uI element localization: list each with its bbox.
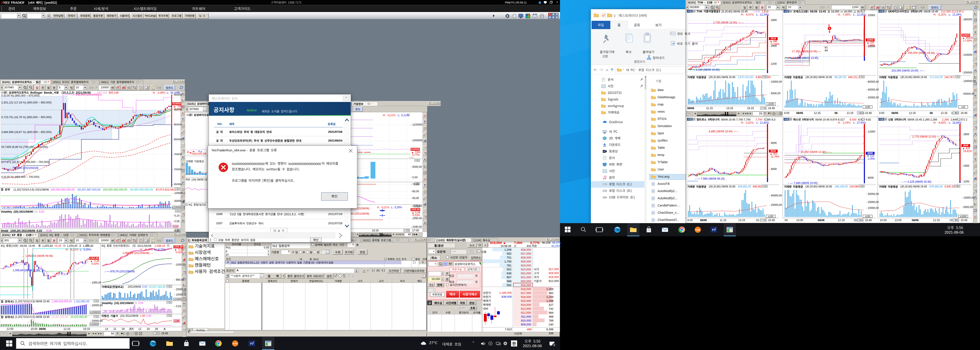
- svg-text:922,000: 922,000: [521, 272, 531, 275]
- svg-text:3: 3: [554, 344, 555, 346]
- svg-text:761: 761: [507, 264, 511, 267]
- svg-text:984: 984: [549, 311, 554, 314]
- svg-text:911,000: 911,000: [521, 315, 531, 318]
- svg-text:368: 368: [549, 315, 554, 318]
- svg-text:920,000: 920,000: [521, 280, 531, 283]
- svg-text:928,000: 928,000: [521, 248, 531, 251]
- svg-text:KAIR: KAIR: [233, 342, 237, 345]
- svg-text:917,000: 917,000: [521, 291, 531, 295]
- svg-text:916,000: 916,000: [521, 295, 531, 299]
- svg-text:925,000: 925,000: [521, 260, 531, 263]
- svg-text:552: 552: [507, 268, 511, 271]
- svg-text:240: 240: [549, 323, 554, 326]
- svg-text:915,000: 915,000: [521, 299, 531, 302]
- svg-text:924,000: 924,000: [521, 264, 531, 267]
- svg-text:YT: YT: [250, 342, 254, 345]
- svg-text:1,259: 1,259: [546, 288, 554, 291]
- svg-text:←—918,000 (08: ←—918,000 (08: [187, 152, 206, 155]
- svg-text:918,000: 918,000: [521, 288, 531, 291]
- svg-text:926,000: 926,000: [521, 256, 531, 259]
- svg-text:751: 751: [507, 256, 511, 259]
- svg-text:921,000: 921,000: [521, 275, 531, 279]
- svg-text:592: 592: [507, 252, 511, 255]
- svg-text:927,000: 927,000: [521, 252, 531, 255]
- svg-text:657: 657: [507, 275, 511, 279]
- svg-text:742: 742: [549, 307, 554, 310]
- svg-text:910,000: 910,000: [521, 319, 531, 322]
- svg-text:1,249: 1,249: [546, 295, 554, 299]
- svg-text:914,000: 914,000: [521, 303, 531, 307]
- svg-text:982: 982: [549, 291, 554, 295]
- svg-text:912,000: 912,000: [521, 311, 531, 314]
- svg-text:KAIR: KAIR: [695, 229, 700, 231]
- svg-text:368: 368: [507, 280, 511, 283]
- svg-text:923,000: 923,000: [521, 268, 531, 271]
- svg-text:1,206: 1,206: [504, 248, 511, 251]
- svg-text:427: 427: [549, 303, 554, 307]
- svg-text:919,000: 919,000: [521, 283, 531, 287]
- svg-text:913,000: 913,000: [521, 307, 531, 310]
- svg-text:YT: YT: [712, 228, 716, 232]
- svg-text:789: 789: [549, 319, 554, 322]
- svg-text:909,000: 909,000: [521, 323, 531, 326]
- svg-text:592: 592: [507, 283, 511, 287]
- svg-text:638: 638: [507, 272, 511, 275]
- svg-text:1,358: 1,358: [546, 299, 554, 302]
- svg-text:1,793: 1,793: [504, 260, 511, 263]
